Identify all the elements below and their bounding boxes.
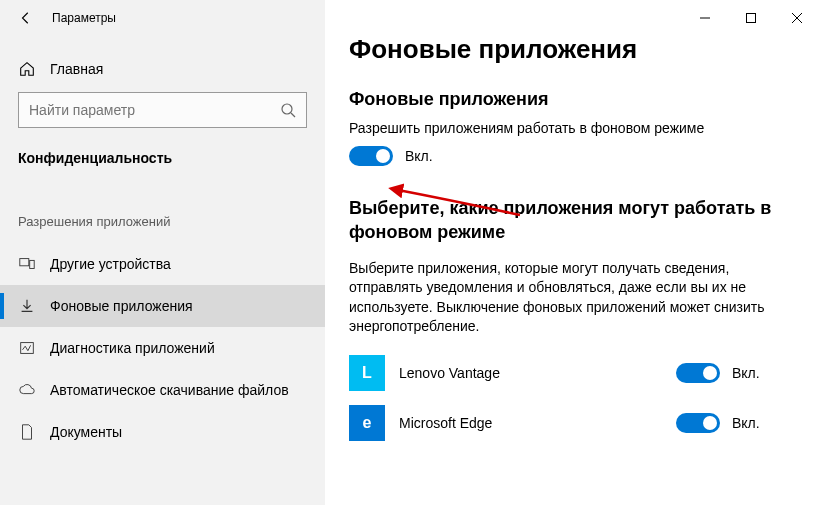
app-toggle[interactable] [676, 413, 720, 433]
sidebar-item-label: Другие устройства [50, 256, 171, 272]
app-icon-lenovo: L [349, 355, 385, 391]
sidebar-item-other-devices[interactable]: Другие устройства [0, 243, 325, 285]
cloud-icon [18, 381, 36, 399]
svg-rect-1 [747, 14, 756, 23]
devices-icon [18, 255, 36, 273]
svg-rect-7 [30, 260, 35, 268]
sidebar-item-documents[interactable]: Документы [0, 411, 325, 453]
master-toggle[interactable] [349, 146, 393, 166]
close-button[interactable] [774, 2, 820, 34]
main-content: Фоновые приложения Фоновые приложения Ра… [325, 0, 820, 505]
app-row: L Lenovo Vantage Вкл. [349, 355, 796, 391]
sidebar-item-label: Диагностика приложений [50, 340, 215, 356]
category-heading: Конфиденциальность [0, 150, 325, 186]
home-label: Главная [50, 61, 103, 77]
window-title: Параметры [52, 11, 116, 25]
sidebar: Главная Конфиденциальность Разрешения пр… [0, 0, 325, 505]
search-icon [280, 102, 296, 118]
home-icon [18, 60, 36, 78]
app-toggle-state: Вкл. [732, 415, 760, 431]
diagnostics-icon [18, 339, 36, 357]
app-row: e Microsoft Edge Вкл. [349, 405, 796, 441]
sidebar-item-app-diagnostics[interactable]: Диагностика приложений [0, 327, 325, 369]
app-icon-edge: e [349, 405, 385, 441]
app-name: Microsoft Edge [399, 415, 662, 431]
app-toggle-state: Вкл. [732, 365, 760, 381]
section2-title: Выберите, какие приложения могут работат… [349, 196, 796, 245]
download-icon [18, 297, 36, 315]
sidebar-item-background-apps[interactable]: Фоновые приложения [0, 285, 325, 327]
home-nav[interactable]: Главная [0, 54, 325, 92]
document-icon [18, 423, 36, 441]
minimize-button[interactable] [682, 2, 728, 34]
maximize-button[interactable] [728, 2, 774, 34]
section-desc: Разрешить приложениям работать в фоновом… [349, 120, 796, 136]
sidebar-item-auto-downloads[interactable]: Автоматическое скачивание файлов [0, 369, 325, 411]
section-title: Фоновые приложения [349, 89, 796, 110]
sidebar-subhead: Разрешения приложений [0, 186, 325, 243]
app-name: Lenovo Vantage [399, 365, 662, 381]
svg-point-4 [282, 104, 292, 114]
back-button[interactable] [18, 10, 34, 26]
svg-rect-8 [21, 343, 34, 354]
titlebar: Параметры [0, 0, 820, 36]
search-input[interactable] [29, 102, 280, 118]
sidebar-item-label: Документы [50, 424, 122, 440]
sidebar-item-label: Фоновые приложения [50, 298, 193, 314]
section2-desc: Выберите приложения, которые могут получ… [349, 259, 769, 337]
app-toggle[interactable] [676, 363, 720, 383]
svg-line-5 [291, 113, 295, 117]
search-box[interactable] [18, 92, 307, 128]
toggle-state-label: Вкл. [405, 148, 433, 164]
svg-rect-6 [20, 259, 29, 266]
sidebar-item-label: Автоматическое скачивание файлов [50, 382, 289, 398]
page-title: Фоновые приложения [349, 34, 796, 65]
